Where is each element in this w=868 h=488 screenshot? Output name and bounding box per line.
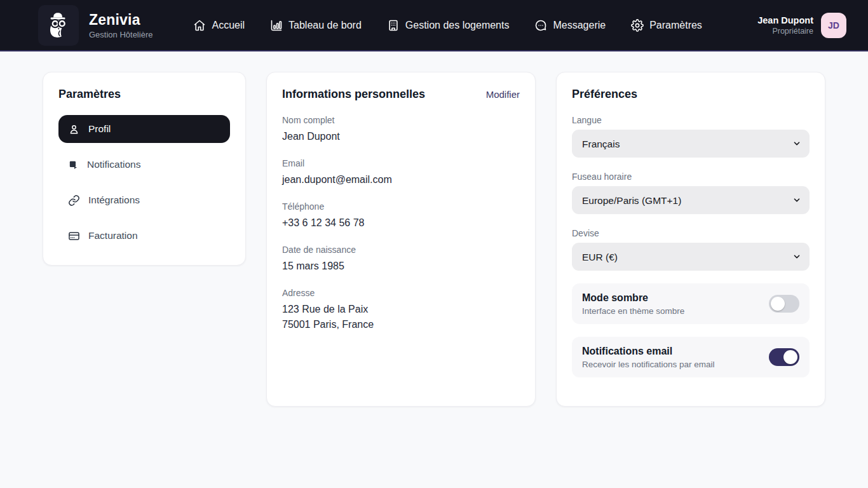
select-label: Devise [572,228,810,238]
pref-langue: Langue Français [572,115,810,158]
field-label: Adresse [282,288,520,298]
credit-card-icon [68,230,80,242]
toggle-subtitle: Interface en thème sombre [582,306,684,316]
settings-menu: Profil Notifications Intégrations Factur… [58,115,230,250]
top-navbar: Zenivia Gestion Hôtelière Accueil Tablea… [0,0,868,51]
field-label: Nom complet [282,115,520,125]
sidebar-item-label: Profil [88,123,111,135]
avatar[interactable]: JD [821,13,846,38]
nav-item-parametres[interactable]: Paramètres [631,19,702,32]
brand[interactable]: Zenivia Gestion Hôtelière [38,5,153,46]
timezone-select[interactable]: Europe/Paris (GMT+1) [572,186,810,214]
sidebar-item-profil[interactable]: Profil [58,115,230,143]
sidebar-item-label: Facturation [88,230,138,241]
sidebar-item-integrations[interactable]: Intégrations [58,186,230,214]
settings-sidebar-card: Paramètres Profil Notifications Intégrat… [43,72,246,266]
edit-link[interactable]: Modifier [486,89,520,100]
building-icon [387,19,400,32]
nav-item-messagerie[interactable]: Messagerie [534,19,606,32]
nav-item-gestion-des-logements[interactable]: Gestion des logements [387,19,510,32]
sidebar-item-label: Intégrations [88,194,140,206]
user-name: Jean Dupont [757,15,813,25]
field-label: Email [282,158,520,168]
field-label: Date de naissance [282,245,520,255]
bar-chart-icon [270,19,283,32]
nav-label: Messagerie [553,20,606,31]
main-content: Paramètres Profil Notifications Intégrat… [0,51,868,407]
preferences-card: Préférences Langue Français Fuseau horai… [556,72,825,407]
field-date-de-naissance: Date de naissance 15 mars 1985 [282,245,520,274]
link-icon [68,194,80,207]
field-telephone: Téléphone +33 6 12 34 56 78 [282,201,520,231]
home-icon [193,19,206,32]
dark-mode-toggle[interactable] [769,295,799,313]
nav-label: Accueil [212,20,245,31]
sidebar-item-notifications[interactable]: Notifications [58,151,230,179]
brand-tagline: Gestion Hôtelière [89,30,153,39]
user-role: Propriétaire [757,27,813,36]
field-adresse: Adresse 123 Rue de la Paix 75001 Paris, … [282,288,520,332]
personal-info-fields: Nom complet Jean Dupont Email jean.dupon… [282,115,520,332]
owl-logo-icon [38,5,79,46]
field-label: Téléphone [282,201,520,212]
personal-info-card: Informations personnelles Modifier Nom c… [266,72,536,407]
sidebar-item-label: Notifications [87,159,140,170]
field-value: jean.dupont@email.com [282,172,520,187]
user-icon [68,123,80,135]
preferences-title: Préférences [572,88,810,101]
currency-select[interactable]: EUR (€) [572,243,810,271]
brand-name: Zenivia [89,11,153,29]
email-notifications-toggle[interactable] [769,348,799,366]
sidebar-title: Paramètres [58,88,230,101]
select-label: Langue [572,115,810,125]
sidebar-item-facturation[interactable]: Facturation [58,222,230,250]
toggle-subtitle: Recevoir les notifications par email [582,360,715,369]
nav-item-accueil[interactable]: Accueil [193,19,245,32]
language-select[interactable]: Français [572,130,810,158]
field-nom-complet: Nom complet Jean Dupont [282,115,520,144]
chat-icon [534,19,547,32]
email-notifications-row: Notifications email Recevoir les notific… [572,337,810,377]
field-value: +33 6 12 34 56 78 [282,215,520,231]
personal-info-title: Informations personnelles [282,88,425,101]
nav-item-tableau-de-bord[interactable]: Tableau de bord [270,19,362,32]
toggle-title: Notifications email [582,346,715,357]
gear-icon [631,19,644,32]
toggle-title: Mode sombre [582,292,684,304]
bell-icon [68,159,79,170]
nav-label: Tableau de bord [288,20,362,31]
field-value: 123 Rue de la Paix 75001 Paris, France [282,302,520,332]
select-label: Fuseau horaire [572,172,810,182]
pref-fuseau-horaire: Fuseau horaire Europe/Paris (GMT+1) [572,172,810,214]
dark-mode-row: Mode sombre Interface en thème sombre [572,283,810,324]
main-nav: Accueil Tableau de bord Gestion des loge… [193,19,702,32]
nav-label: Gestion des logements [405,20,510,31]
field-value: Jean Dupont [282,129,520,144]
pref-devise: Devise EUR (€) [572,228,810,271]
field-value: 15 mars 1985 [282,259,520,274]
user-area: Jean Dupont Propriétaire JD [757,13,846,38]
nav-label: Paramètres [649,20,702,31]
field-email: Email jean.dupont@email.com [282,158,520,187]
